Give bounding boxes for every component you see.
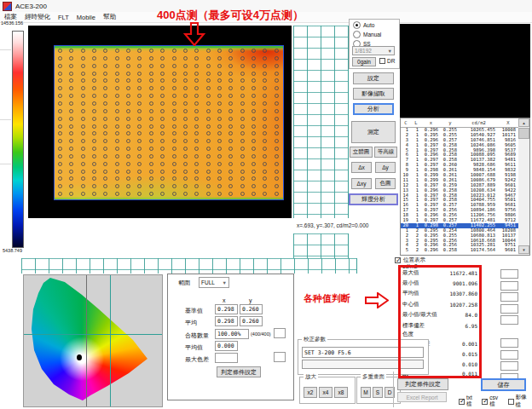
average-x-field[interactable]: 0.298 [215, 316, 238, 326]
stereo-button[interactable]: 立體圖 [350, 147, 373, 158]
measure-point [240, 139, 245, 143]
measure-point [58, 94, 62, 98]
cie-diagram-panel [23, 274, 163, 407]
measure-point [126, 86, 130, 90]
measure-point [194, 131, 199, 135]
table-row[interactable]: 520.2960.25810174.5649601 [401, 248, 529, 253]
range-select[interactable]: FULL ▼ [199, 277, 229, 288]
delta-x-button[interactable]: Δx [351, 162, 372, 173]
measure-point [160, 86, 165, 90]
checkbox-icon [379, 58, 385, 64]
measure-point [240, 72, 245, 76]
judge-condition-button-2[interactable]: 判定條件設定 [397, 378, 448, 390]
measure-point [183, 124, 188, 129]
luminance-analysis-button[interactable]: 輝度分析 [349, 193, 398, 205]
measure-point [183, 78, 188, 83]
zoom-button-x2[interactable]: x2 [304, 387, 317, 398]
scroll-thumb[interactable] [518, 128, 529, 139]
measure-point [172, 184, 176, 188]
heatmap-image[interactable] [54, 45, 284, 200]
reference-y-field[interactable]: 0.260 [240, 304, 263, 314]
menu-item-3[interactable]: Mobile [77, 14, 95, 21]
measure-point [115, 176, 119, 181]
measure-point [92, 124, 96, 129]
measure-point [160, 109, 165, 113]
measure-point [115, 162, 119, 166]
pass-count-field[interactable]: 100.00% [215, 329, 249, 339]
max-colordiff-field[interactable] [215, 353, 238, 363]
measure-point [183, 109, 188, 113]
table-body[interactable]: 110.2960.25510265.45510008210.2950.25510… [401, 128, 529, 254]
measure-point [217, 139, 222, 143]
multi-button-m[interactable]: M [361, 387, 371, 398]
measure-point [183, 139, 188, 143]
judge-condition-button[interactable]: 判定條件設定 [217, 366, 261, 377]
menu-item-4[interactable]: 幫助 [103, 13, 116, 21]
measure-point [115, 124, 119, 129]
ace3-200-window: ACE3-200 檔案經時變化FLTMobile幫助 14536.156 543… [0, 0, 532, 409]
average-y-field[interactable]: 0.260 [240, 316, 263, 326]
measure-point [126, 170, 130, 174]
excel-report-button[interactable]: Excel Report [397, 392, 447, 402]
measure-button[interactable]: 測定 [351, 121, 396, 143]
file-check-txt檔[interactable]: txt檔 [459, 395, 477, 408]
file-check-影像檔[interactable]: 影像檔 [508, 394, 532, 409]
scroll-down-icon[interactable]: ▼ [518, 245, 529, 254]
measure-point [217, 147, 222, 151]
luminance-display[interactable] [28, 26, 292, 218]
average2-field[interactable]: 0.000 [215, 341, 238, 351]
dr-check[interactable]: DR [379, 58, 395, 64]
measure-point [115, 139, 119, 143]
save-button[interactable]: 儲存 [481, 378, 526, 391]
measure-point [160, 72, 165, 76]
radio-auto[interactable]: Auto [353, 21, 399, 29]
menu-item-2[interactable]: FLT [58, 14, 69, 21]
measure-point [103, 117, 107, 121]
measure-point [103, 109, 107, 113]
measure-point [92, 170, 96, 174]
measure-point [103, 72, 107, 76]
menu-item-1[interactable]: 經時變化 [25, 13, 50, 21]
settings-button[interactable]: 設定 [353, 72, 394, 84]
delta-y-button[interactable]: Δy [375, 162, 396, 173]
measure-point [160, 176, 165, 181]
measure-point [137, 86, 142, 90]
file-check-csv檔[interactable]: csv檔 [482, 395, 503, 408]
measure-point [126, 192, 130, 196]
reference-x-field[interactable]: 0.298 [215, 304, 238, 314]
contour-button[interactable]: 等高線 [374, 147, 397, 158]
image-capture-button[interactable]: 影像擷取 [353, 88, 394, 100]
measure-point [252, 109, 256, 113]
measure-point [69, 56, 73, 60]
pass-count-note: (400/400) [251, 331, 271, 337]
gain-button[interactable]: 0gain [352, 57, 376, 66]
measure-point [172, 94, 176, 98]
camera-preview [400, 24, 530, 118]
file-check-label: csv檔 [489, 395, 503, 408]
measure-point [206, 72, 211, 76]
measure-point [275, 101, 279, 106]
measure-point [126, 139, 130, 143]
measure-point [252, 78, 256, 83]
delta-xy-button[interactable]: Δxy [351, 178, 372, 189]
measure-point [103, 56, 107, 60]
measure-point [217, 170, 222, 174]
scroll-up-icon[interactable]: ▲ [518, 118, 529, 127]
analyze-button[interactable]: 分析 [353, 103, 394, 115]
measure-point [58, 170, 62, 174]
measure-point [263, 170, 267, 174]
zoom-button-x8[interactable]: x8 [334, 387, 348, 398]
shutter-select[interactable]: 1/8192 ▼ [352, 46, 395, 55]
zoom-button-x4[interactable]: x4 [319, 387, 332, 398]
measure-point [275, 49, 279, 53]
radio-manual[interactable]: Manual [353, 31, 399, 38]
measure-point [183, 162, 188, 166]
measure-point [194, 109, 199, 113]
multi-button-s[interactable]: S [373, 387, 383, 398]
measure-point [183, 184, 188, 188]
colormap-button[interactable]: 色圖 [375, 178, 396, 189]
measure-point [69, 176, 73, 181]
table-scrollbar[interactable]: ▲ ▼ [518, 118, 529, 255]
measure-point [252, 170, 256, 174]
measurement-table[interactable]: CLxycd/m2X 110.2960.25510265.45510008210… [400, 118, 530, 256]
